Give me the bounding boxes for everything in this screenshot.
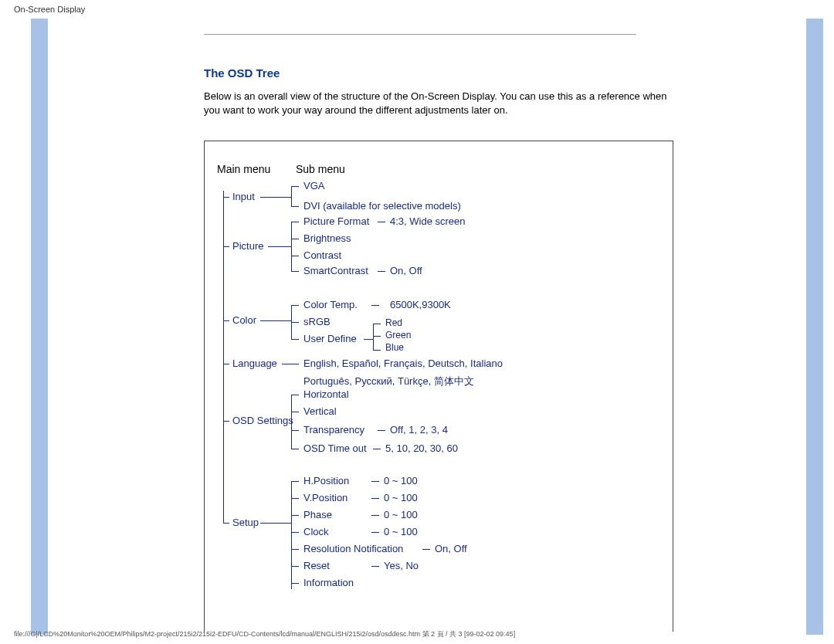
tree-line <box>371 532 379 533</box>
divider <box>204 34 636 35</box>
decor-stripe-left <box>31 19 48 635</box>
tree-line <box>223 421 229 422</box>
tree-line <box>291 583 299 584</box>
sub-srgb: sRGB <box>303 316 331 327</box>
sub-information: Information <box>303 577 354 588</box>
sub-reset: Reset <box>303 560 330 571</box>
opts-smartcontrast: On, Off <box>390 265 422 276</box>
tree-line <box>223 246 229 247</box>
tree-line <box>291 449 299 449</box>
opts-osd-transparency: Off, 1, 2, 3, 4 <box>390 424 448 436</box>
opts-osd-timeout: 5, 10, 20, 30, 60 <box>385 442 458 454</box>
tree-line <box>291 498 299 499</box>
col-header-main: Main menu <box>217 163 270 175</box>
tree-line <box>371 515 379 516</box>
opts-ud-green: Green <box>385 330 411 341</box>
tree-line <box>291 305 299 306</box>
tree-line <box>291 430 299 431</box>
sub-phase: Phase <box>303 509 332 520</box>
tree-line <box>291 186 292 206</box>
main-color: Color <box>232 314 256 326</box>
sub-color-temp: Color Temp. <box>303 299 358 310</box>
sub-contrast: Contrast <box>303 249 341 261</box>
sub-resolution-notification: Resolution Notification <box>303 543 403 554</box>
tree-line <box>291 186 299 187</box>
tree-line <box>291 206 299 207</box>
opts-ud-blue: Blue <box>385 342 404 353</box>
opts-color-temp: 6500K,9300K <box>390 299 451 310</box>
opts-language-1: English, Español, Français, Deutsch, Ita… <box>303 358 503 369</box>
main-setup: Setup <box>232 517 259 528</box>
tree-line <box>223 197 229 198</box>
main-osd-settings: OSD Settings <box>232 415 293 426</box>
tree-line <box>223 320 229 321</box>
opts-hposition: 0 ~ 100 <box>384 475 418 486</box>
opts-ud-red: Red <box>385 317 402 328</box>
tree-line <box>291 515 299 516</box>
main-language: Language <box>232 358 277 369</box>
sub-osd-horizontal: Horizontal <box>303 388 349 400</box>
main-input: Input <box>232 191 255 202</box>
tree-line <box>373 449 381 449</box>
osd-tree-diagram: Main menu Sub menu Input Picture Color L… <box>204 141 673 632</box>
tree-line <box>260 197 291 198</box>
tree-line <box>291 481 299 482</box>
sub-osd-vertical: Vertical <box>303 405 337 417</box>
tree-line <box>373 324 381 324</box>
tree-line <box>291 395 299 395</box>
tree-line <box>291 549 299 550</box>
tree-line <box>291 239 299 239</box>
sub-osd-timeout: OSD Time out <box>303 442 367 454</box>
page-header: On-Screen Display <box>14 5 85 14</box>
footer-path: file:///G|/LCD%20Monitor%20OEM/Philips/M… <box>14 629 515 639</box>
tree-line <box>223 191 224 523</box>
tree-line <box>373 336 381 337</box>
sub-smartcontrast: SmartContrast <box>303 265 368 276</box>
sub-dvi: DVI (available for selective models) <box>303 200 461 212</box>
content-area: The OSD Tree Below is an overall view of… <box>48 19 806 635</box>
tree-line <box>371 305 379 306</box>
col-header-sub: Sub menu <box>296 163 345 175</box>
sub-user-define: User Define <box>303 333 357 344</box>
tree-line <box>422 549 430 550</box>
sub-vga: VGA <box>303 180 324 192</box>
opts-language-2: Português, Русский, Türkçe, 简体中文 <box>303 375 474 388</box>
opts-clock: 0 ~ 100 <box>384 526 418 537</box>
intro-paragraph: Below is an overall view of the structur… <box>204 90 683 117</box>
tree-line <box>378 271 385 272</box>
opts-vposition: 0 ~ 100 <box>384 492 418 503</box>
decor-stripe-right <box>806 19 823 635</box>
tree-line <box>260 320 291 321</box>
tree-line <box>291 395 292 449</box>
sub-picture-format: Picture Format <box>303 215 369 227</box>
sub-vposition: V.Position <box>303 492 348 503</box>
tree-line <box>291 222 299 222</box>
tree-line <box>371 566 379 567</box>
tree-line <box>373 350 381 351</box>
tree-line <box>291 322 299 323</box>
sub-osd-transparency: Transparency <box>303 424 364 436</box>
tree-line <box>223 364 229 364</box>
tree-line <box>291 271 299 272</box>
tree-line <box>291 256 299 256</box>
tree-line <box>291 412 299 412</box>
opts-resolution-notification: On, Off <box>435 543 467 554</box>
tree-line <box>291 532 299 533</box>
tree-line <box>260 523 291 524</box>
sub-brightness: Brightness <box>303 232 351 244</box>
tree-line <box>373 324 374 350</box>
opts-picture-format: 4:3, Wide screen <box>390 215 466 227</box>
tree-line <box>291 566 299 567</box>
section-title: The OSD Tree <box>204 66 280 80</box>
tree-line <box>223 523 229 524</box>
tree-line <box>371 498 379 499</box>
tree-line <box>378 430 385 431</box>
opts-phase: 0 ~ 100 <box>384 509 418 520</box>
opts-reset: Yes, No <box>384 560 419 571</box>
tree-line <box>291 481 292 589</box>
tree-line <box>364 339 373 340</box>
main-picture: Picture <box>232 240 263 252</box>
tree-line <box>371 481 379 482</box>
tree-line <box>282 364 299 364</box>
tree-line <box>291 222 292 271</box>
